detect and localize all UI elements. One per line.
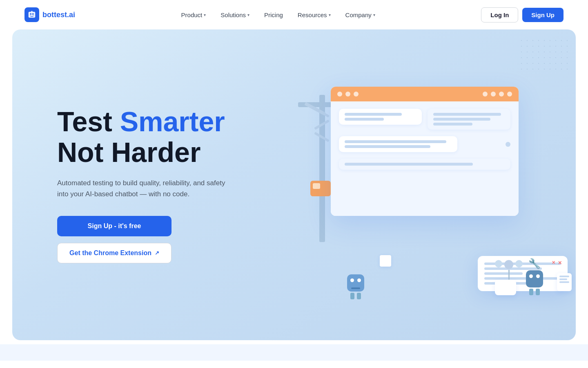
- svg-point-1: [30, 13, 31, 15]
- browser-dot-4: [483, 92, 488, 96]
- chat-bubble-2: [428, 109, 510, 130]
- browser-dot-1: [337, 92, 342, 96]
- logo-text: bottest.ai: [42, 11, 75, 19]
- browser-bar: [331, 87, 519, 101]
- svg-rect-0: [29, 12, 36, 18]
- chat-bubble-4: [339, 159, 510, 170]
- chevron-down-icon: ▾: [247, 13, 249, 17]
- logo[interactable]: bottest.ai: [24, 7, 75, 22]
- signup-free-button[interactable]: Sign Up - it's free: [57, 216, 172, 236]
- browser-dot-7: [507, 92, 512, 96]
- nav-actions: Log In Sign Up: [481, 7, 564, 22]
- nav-item-resources[interactable]: Resources ▾: [292, 8, 336, 22]
- hero-title: Test Smarter Not Harder: [57, 106, 237, 168]
- chat-bubble-3: [339, 136, 457, 152]
- browser-dot-6: [499, 92, 504, 96]
- character-document: [557, 273, 572, 291]
- signup-nav-button[interactable]: Sign Up: [522, 8, 564, 22]
- hero-buttons: Sign Up - it's free Get the Chrome Exten…: [57, 216, 172, 263]
- browser-mockup: [331, 87, 519, 216]
- chat-bubble-1: [339, 109, 422, 125]
- logo-icon: [24, 7, 39, 22]
- nav-item-product[interactable]: Product ▾: [176, 8, 212, 22]
- navbar: bottest.ai Product ▾ Solutions ▾ Pricing…: [0, 0, 588, 29]
- svg-point-2: [32, 13, 34, 15]
- browser-body: [331, 101, 519, 216]
- nav-item-solutions[interactable]: Solutions ▾: [215, 8, 255, 22]
- hero-subtitle: Automated testing to build quality, reli…: [57, 177, 237, 200]
- bottom-strip: [0, 344, 588, 361]
- hero-section: Test Smarter Not Harder Automated testin…: [12, 29, 576, 340]
- chevron-down-icon: ▾: [204, 13, 206, 17]
- browser-dot-3: [354, 92, 359, 96]
- svg-rect-3: [31, 11, 33, 13]
- nav-links: Product ▾ Solutions ▾ Pricing Resources …: [176, 8, 381, 22]
- login-button[interactable]: Log In: [481, 7, 518, 22]
- chevron-down-icon: ▾: [329, 13, 331, 17]
- white-block-decoration: [380, 255, 391, 267]
- chrome-extension-button[interactable]: Get the Chrome Extension ↗: [57, 243, 172, 263]
- robot-character-right: 🔧: [526, 258, 543, 295]
- plant-decoration: [495, 260, 523, 295]
- chevron-down-icon: ▾: [373, 13, 375, 17]
- nav-item-company[interactable]: Company ▾: [340, 8, 381, 22]
- float-card: ✕ ✕: [478, 256, 568, 291]
- browser-dot-5: [491, 92, 496, 96]
- nav-item-pricing[interactable]: Pricing: [258, 8, 289, 22]
- external-link-icon: ↗: [155, 250, 159, 256]
- browser-dot-2: [345, 92, 350, 96]
- hero-illustration: ✕ ✕ 🔧: [298, 62, 576, 307]
- robot-character-left: [347, 274, 364, 299]
- hero-content: Test Smarter Not Harder Automated testin…: [12, 74, 237, 296]
- close-icon: ✕: [558, 260, 562, 266]
